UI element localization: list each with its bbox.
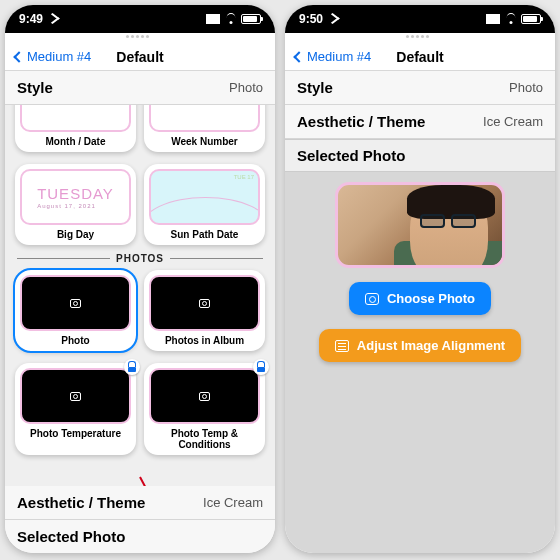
notch [85, 5, 195, 25]
card-preview [149, 275, 260, 331]
card-preview [20, 275, 131, 331]
card-month-date[interactable]: Month / Date [15, 105, 136, 152]
card-preview: 21° [20, 368, 131, 424]
card-label: Photo [61, 335, 89, 346]
nav-title: Default [396, 49, 443, 65]
signal-icon [206, 14, 220, 24]
card-preview: TUE 17 [149, 169, 260, 225]
style-label: Style [17, 79, 53, 96]
card-preview: ☾21° [149, 368, 260, 424]
card-label: Sun Path Date [171, 229, 239, 240]
selected-photo-header: Selected Photo [285, 139, 555, 172]
image-icon [199, 392, 210, 401]
wifi-icon [224, 14, 237, 24]
wifi-icon [504, 14, 517, 24]
phone-left: 9:49 Medium #4 Default Style Photo Month… [5, 5, 275, 553]
card-preview: TUESDAYAugust 17, 2021 [20, 169, 131, 225]
choose-photo-button[interactable]: Choose Photo [349, 282, 491, 315]
nav-bar: Medium #4 Default [5, 41, 275, 71]
alignment-icon [335, 340, 349, 352]
selected-photo-panel: Choose Photo Adjust Image Alignment [285, 172, 555, 553]
card-big-day[interactable]: TUESDAYAugust 17, 2021 Big Day [15, 164, 136, 245]
style-row[interactable]: Style Photo [5, 71, 275, 105]
selected-photo-row[interactable]: Selected Photo [5, 520, 275, 553]
lock-icon [124, 359, 140, 375]
photos-divider: PHOTOS [5, 251, 275, 264]
aesthetic-value: Ice Cream [203, 495, 263, 510]
card-label: Photo Temperature [30, 428, 121, 439]
selected-photo-preview [335, 182, 505, 268]
signal-icon [486, 14, 500, 24]
card-photo[interactable]: Photo [15, 270, 136, 351]
sheet-grabber[interactable] [126, 35, 154, 39]
card-week-number[interactable]: Week Number [144, 105, 265, 152]
card-photo-temp-conditions[interactable]: ☾21° Photo Temp & Conditions [144, 363, 265, 455]
card-preview [149, 105, 260, 132]
aesthetic-row[interactable]: Aesthetic / Theme Ice Cream [5, 486, 275, 520]
style-value: Photo [509, 80, 543, 95]
card-label: Week Number [171, 136, 238, 147]
chevron-left-icon [13, 51, 24, 62]
image-icon [70, 299, 81, 308]
nav-title: Default [116, 49, 163, 65]
battery-icon [521, 14, 541, 24]
choose-photo-label: Choose Photo [387, 291, 475, 306]
card-photo-temperature[interactable]: 21° Photo Temperature [15, 363, 136, 455]
card-label: Photos in Album [165, 335, 244, 346]
location-icon [326, 13, 341, 24]
style-label: Style [297, 79, 333, 96]
image-icon [199, 299, 210, 308]
status-time: 9:50 [299, 12, 337, 26]
aesthetic-label: Aesthetic / Theme [17, 494, 145, 511]
nav-bar: Medium #4 Default [285, 41, 555, 71]
card-preview [20, 105, 131, 132]
card-photos-in-album[interactable]: Photos in Album [144, 270, 265, 351]
adjust-alignment-button[interactable]: Adjust Image Alignment [319, 329, 521, 362]
aesthetic-row[interactable]: Aesthetic / Theme Ice Cream [285, 105, 555, 139]
back-button[interactable]: Medium #4 [295, 49, 371, 64]
location-icon [46, 13, 61, 24]
selected-photo-label: Selected Photo [17, 528, 125, 545]
aesthetic-label: Aesthetic / Theme [297, 113, 425, 130]
card-sun-path-date[interactable]: TUE 17 Sun Path Date [144, 164, 265, 245]
back-button[interactable]: Medium #4 [15, 49, 91, 64]
image-icon [70, 392, 81, 401]
battery-icon [241, 14, 261, 24]
status-time: 9:49 [19, 12, 57, 26]
phone-right: 9:50 Medium #4 Default Style Photo Aesth… [285, 5, 555, 553]
annotation-arrow [139, 477, 183, 486]
adjust-alignment-label: Adjust Image Alignment [357, 338, 505, 353]
camera-icon [365, 293, 379, 305]
card-label: Month / Date [46, 136, 106, 147]
lock-icon [253, 359, 269, 375]
sheet-grabber[interactable] [406, 35, 434, 39]
chevron-left-icon [293, 51, 304, 62]
style-value: Photo [229, 80, 263, 95]
card-label: Big Day [57, 229, 94, 240]
aesthetic-value: Ice Cream [483, 114, 543, 129]
style-picker-scroll[interactable]: Month / Date Week Number TUESDAYAugust 1… [5, 105, 275, 486]
notch [365, 5, 475, 25]
style-row[interactable]: Style Photo [285, 71, 555, 105]
